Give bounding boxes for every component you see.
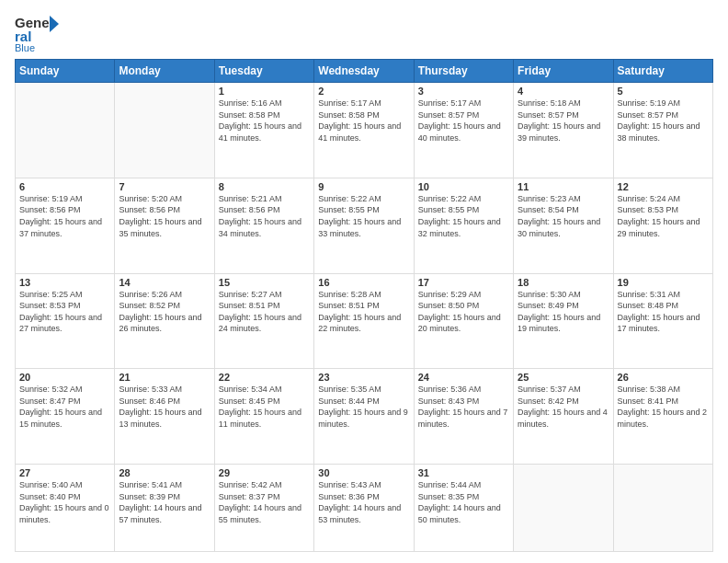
weekday-header-tuesday: Tuesday (214, 60, 313, 83)
day-number: 20 (19, 372, 110, 383)
week-row-1: 1Sunrise: 5:16 AMSunset: 8:58 PMDaylight… (16, 83, 713, 178)
weekday-header-row: SundayMondayTuesdayWednesdayThursdayFrid… (16, 60, 713, 83)
week-row-2: 6Sunrise: 5:19 AMSunset: 8:56 PMDaylight… (16, 178, 713, 273)
day-info: Sunrise: 5:41 AMSunset: 8:39 PMDaylight:… (119, 479, 210, 525)
day-info: Sunrise: 5:17 AMSunset: 8:58 PMDaylight:… (318, 98, 409, 144)
day-cell-27: 27Sunrise: 5:40 AMSunset: 8:40 PMDayligh… (16, 465, 115, 552)
day-cell-17: 17Sunrise: 5:29 AMSunset: 8:50 PMDayligh… (414, 273, 513, 369)
day-info: Sunrise: 5:27 AMSunset: 8:51 PMDaylight:… (219, 289, 310, 335)
day-number: 5 (618, 86, 709, 97)
day-cell-16: 16Sunrise: 5:28 AMSunset: 8:51 PMDayligh… (314, 273, 414, 369)
day-number: 7 (119, 181, 210, 192)
day-number: 1 (219, 86, 310, 97)
empty-cell (16, 83, 115, 178)
week-row-3: 13Sunrise: 5:25 AMSunset: 8:53 PMDayligh… (16, 273, 713, 369)
day-number: 27 (19, 467, 110, 478)
day-info: Sunrise: 5:24 AMSunset: 8:53 PMDaylight:… (618, 193, 709, 239)
week-row-5: 27Sunrise: 5:40 AMSunset: 8:40 PMDayligh… (16, 465, 713, 552)
empty-cell (115, 83, 214, 178)
weekday-header-friday: Friday (514, 60, 613, 83)
day-number: 16 (318, 277, 409, 288)
day-cell-23: 23Sunrise: 5:35 AMSunset: 8:44 PMDayligh… (314, 369, 414, 465)
day-info: Sunrise: 5:18 AMSunset: 8:57 PMDaylight:… (518, 98, 609, 144)
day-info: Sunrise: 5:44 AMSunset: 8:35 PMDaylight:… (418, 479, 509, 525)
day-number: 31 (418, 467, 509, 478)
day-info: Sunrise: 5:22 AMSunset: 8:55 PMDaylight:… (318, 193, 409, 239)
day-info: Sunrise: 5:37 AMSunset: 8:42 PMDaylight:… (518, 384, 609, 430)
day-info: Sunrise: 5:29 AMSunset: 8:50 PMDaylight:… (418, 289, 509, 335)
day-info: Sunrise: 5:21 AMSunset: 8:56 PMDaylight:… (219, 193, 310, 239)
day-cell-2: 2Sunrise: 5:17 AMSunset: 8:58 PMDaylight… (314, 83, 414, 178)
day-number: 3 (418, 86, 509, 97)
day-number: 9 (318, 181, 409, 192)
day-info: Sunrise: 5:32 AMSunset: 8:47 PMDaylight:… (19, 384, 110, 430)
day-cell-28: 28Sunrise: 5:41 AMSunset: 8:39 PMDayligh… (115, 465, 214, 552)
day-cell-4: 4Sunrise: 5:18 AMSunset: 8:57 PMDaylight… (514, 83, 613, 178)
weekday-header-sunday: Sunday (16, 60, 115, 83)
day-info: Sunrise: 5:34 AMSunset: 8:45 PMDaylight:… (219, 384, 310, 430)
day-info: Sunrise: 5:31 AMSunset: 8:48 PMDaylight:… (618, 289, 709, 335)
day-number: 22 (219, 372, 310, 383)
day-info: Sunrise: 5:33 AMSunset: 8:46 PMDaylight:… (119, 384, 210, 430)
day-number: 8 (219, 181, 310, 192)
day-number: 6 (19, 181, 110, 192)
day-cell-3: 3Sunrise: 5:17 AMSunset: 8:57 PMDaylight… (414, 83, 513, 178)
weekday-header-wednesday: Wednesday (314, 60, 414, 83)
logo-svg: Gene ral Blue (15, 11, 61, 52)
weekday-header-thursday: Thursday (414, 60, 513, 83)
day-info: Sunrise: 5:26 AMSunset: 8:52 PMDaylight:… (119, 289, 210, 335)
day-number: 14 (119, 277, 210, 288)
empty-cell (514, 465, 613, 552)
day-cell-24: 24Sunrise: 5:36 AMSunset: 8:43 PMDayligh… (414, 369, 513, 465)
day-cell-10: 10Sunrise: 5:22 AMSunset: 8:55 PMDayligh… (414, 178, 513, 273)
day-cell-6: 6Sunrise: 5:19 AMSunset: 8:56 PMDaylight… (16, 178, 115, 273)
day-cell-18: 18Sunrise: 5:30 AMSunset: 8:49 PMDayligh… (514, 273, 613, 369)
weekday-header-saturday: Saturday (613, 60, 712, 83)
day-number: 25 (518, 372, 609, 383)
day-number: 24 (418, 372, 509, 383)
day-cell-31: 31Sunrise: 5:44 AMSunset: 8:35 PMDayligh… (414, 465, 513, 552)
day-cell-22: 22Sunrise: 5:34 AMSunset: 8:45 PMDayligh… (214, 369, 313, 465)
day-number: 11 (518, 181, 609, 192)
day-cell-20: 20Sunrise: 5:32 AMSunset: 8:47 PMDayligh… (16, 369, 115, 465)
svg-marker-2 (50, 16, 59, 32)
day-number: 4 (518, 86, 609, 97)
day-number: 10 (418, 181, 509, 192)
day-info: Sunrise: 5:23 AMSunset: 8:54 PMDaylight:… (518, 193, 609, 239)
day-info: Sunrise: 5:17 AMSunset: 8:57 PMDaylight:… (418, 98, 509, 144)
day-info: Sunrise: 5:16 AMSunset: 8:58 PMDaylight:… (219, 98, 310, 144)
calendar-table: SundayMondayTuesdayWednesdayThursdayFrid… (15, 59, 713, 552)
day-cell-19: 19Sunrise: 5:31 AMSunset: 8:48 PMDayligh… (613, 273, 712, 369)
day-number: 29 (219, 467, 310, 478)
day-cell-13: 13Sunrise: 5:25 AMSunset: 8:53 PMDayligh… (16, 273, 115, 369)
day-number: 23 (318, 372, 409, 383)
day-cell-5: 5Sunrise: 5:19 AMSunset: 8:57 PMDaylight… (613, 83, 712, 178)
day-info: Sunrise: 5:36 AMSunset: 8:43 PMDaylight:… (418, 384, 509, 430)
day-cell-8: 8Sunrise: 5:21 AMSunset: 8:56 PMDaylight… (214, 178, 313, 273)
day-info: Sunrise: 5:42 AMSunset: 8:37 PMDaylight:… (219, 479, 310, 525)
empty-cell (613, 465, 712, 552)
day-info: Sunrise: 5:25 AMSunset: 8:53 PMDaylight:… (19, 289, 110, 335)
day-cell-25: 25Sunrise: 5:37 AMSunset: 8:42 PMDayligh… (514, 369, 613, 465)
day-info: Sunrise: 5:40 AMSunset: 8:40 PMDaylight:… (19, 479, 110, 525)
day-cell-12: 12Sunrise: 5:24 AMSunset: 8:53 PMDayligh… (613, 178, 712, 273)
day-info: Sunrise: 5:30 AMSunset: 8:49 PMDaylight:… (518, 289, 609, 335)
day-info: Sunrise: 5:19 AMSunset: 8:57 PMDaylight:… (618, 98, 709, 144)
day-cell-21: 21Sunrise: 5:33 AMSunset: 8:46 PMDayligh… (115, 369, 214, 465)
day-info: Sunrise: 5:28 AMSunset: 8:51 PMDaylight:… (318, 289, 409, 335)
header: Gene ral Blue (15, 11, 713, 52)
day-number: 2 (318, 86, 409, 97)
day-number: 17 (418, 277, 509, 288)
day-number: 26 (618, 372, 709, 383)
day-cell-9: 9Sunrise: 5:22 AMSunset: 8:55 PMDaylight… (314, 178, 414, 273)
logo: Gene ral Blue (15, 11, 61, 52)
day-number: 19 (618, 277, 709, 288)
day-info: Sunrise: 5:20 AMSunset: 8:56 PMDaylight:… (119, 193, 210, 239)
day-info: Sunrise: 5:22 AMSunset: 8:55 PMDaylight:… (418, 193, 509, 239)
day-info: Sunrise: 5:19 AMSunset: 8:56 PMDaylight:… (19, 193, 110, 239)
day-number: 12 (618, 181, 709, 192)
weekday-header-monday: Monday (115, 60, 214, 83)
day-cell-1: 1Sunrise: 5:16 AMSunset: 8:58 PMDaylight… (214, 83, 313, 178)
week-row-4: 20Sunrise: 5:32 AMSunset: 8:47 PMDayligh… (16, 369, 713, 465)
day-cell-30: 30Sunrise: 5:43 AMSunset: 8:36 PMDayligh… (314, 465, 414, 552)
